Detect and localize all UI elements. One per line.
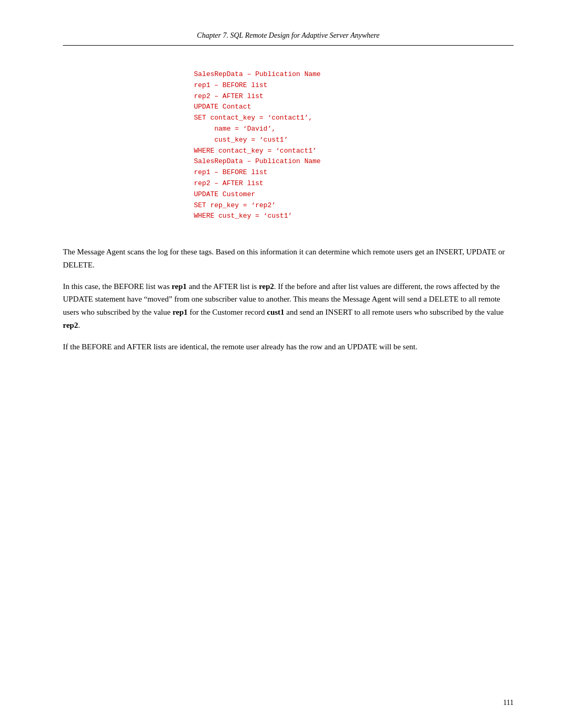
code-line-10: rep1 – BEFORE list	[194, 167, 445, 178]
paragraph-2-text: In this case, the BEFORE list was rep1 a…	[63, 282, 504, 329]
code-line-1: SalesRepData – Publication Name	[194, 69, 445, 80]
code-line-8: WHERE contact_key = ‘contact1’	[194, 146, 445, 157]
code-line-4: UPDATE Contact	[194, 102, 445, 113]
code-line-6: name = ‘David’,	[194, 124, 445, 135]
code-line-3: rep2 – AFTER list	[194, 91, 445, 102]
code-line-9: SalesRepData – Publication Name	[194, 156, 445, 167]
code-line-14: WHERE cust_key = ‘cust1’	[194, 211, 445, 222]
page-number: 111	[503, 699, 514, 707]
code-line-13: SET rep_key = ‘rep2’	[194, 200, 445, 211]
chapter-title: Chapter 7. SQL Remote Design for Adaptiv…	[197, 31, 379, 39]
code-line-7: cust_key = ‘cust1’	[194, 135, 445, 146]
code-line-5: SET contact_key = ‘contact1’,	[194, 113, 445, 124]
page-container: Chapter 7. SQL Remote Design for Adaptiv…	[0, 0, 566, 728]
paragraph-2: In this case, the BEFORE list was rep1 a…	[63, 280, 514, 332]
paragraph-3: If the BEFORE and AFTER lists are identi…	[63, 340, 514, 354]
code-block: SalesRepData – Publication Name rep1 – B…	[183, 61, 456, 230]
paragraph-3-text: If the BEFORE and AFTER lists are identi…	[63, 342, 418, 351]
prose-section: The Message Agent scans the log for thes…	[63, 245, 514, 353]
code-line-2: rep1 – BEFORE list	[194, 80, 445, 91]
paragraph-1-text: The Message Agent scans the log for thes…	[63, 248, 505, 269]
code-line-12: UPDATE Customer	[194, 189, 445, 200]
chapter-header: Chapter 7. SQL Remote Design for Adaptiv…	[63, 31, 514, 46]
paragraph-1: The Message Agent scans the log for thes…	[63, 245, 514, 272]
code-line-11: rep2 – AFTER list	[194, 178, 445, 189]
